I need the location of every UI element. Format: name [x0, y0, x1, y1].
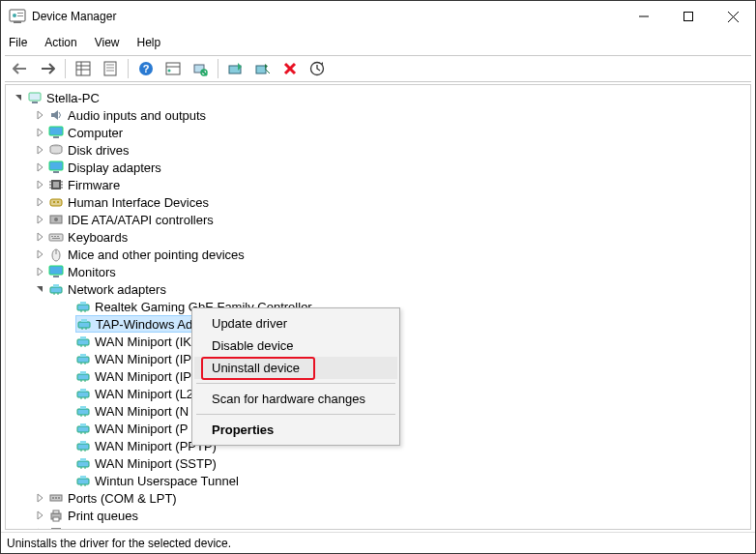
- svg-point-108: [52, 497, 54, 499]
- svg-rect-4: [17, 15, 23, 16]
- leaf-spacer: [60, 404, 73, 418]
- minimize-button[interactable]: [622, 1, 666, 32]
- svg-rect-83: [77, 392, 89, 397]
- tree-category[interactable]: Display adapters: [6, 159, 750, 176]
- tree-item-label: Network adapters: [68, 282, 166, 297]
- collapse-toggle[interactable]: [12, 91, 25, 104]
- tree-root[interactable]: Stella-PC: [6, 89, 750, 106]
- expand-toggle[interactable]: [33, 526, 46, 530]
- collapse-toggle[interactable]: [33, 282, 46, 296]
- toolbar: ?: [5, 55, 751, 82]
- update-driver-icon[interactable]: [224, 58, 247, 79]
- uninstall-device-icon[interactable]: [278, 58, 302, 79]
- ctx-scan-hardware[interactable]: Scan for hardware changes: [194, 388, 397, 410]
- expand-toggle[interactable]: [33, 509, 46, 522]
- expand-toggle[interactable]: [33, 248, 46, 261]
- disable-device-icon[interactable]: [251, 58, 275, 79]
- tree-device[interactable]: Wintun Userspace Tunnel: [6, 472, 750, 489]
- expand-toggle[interactable]: [33, 178, 46, 191]
- forward-button[interactable]: [36, 58, 59, 79]
- detail-view-icon[interactable]: [72, 58, 95, 79]
- tree-category[interactable]: Firmware: [6, 176, 750, 193]
- tree-category[interactable]: Disk drives: [6, 141, 750, 159]
- tree-category[interactable]: Mice and other pointing devices: [6, 246, 750, 263]
- svg-rect-6: [684, 13, 693, 21]
- net-icon: [75, 368, 91, 384]
- context-menu: Update driver Disable device Uninstall d…: [191, 307, 400, 446]
- maximize-button[interactable]: [666, 1, 711, 32]
- svg-rect-60: [53, 284, 59, 287]
- tree-category[interactable]: Processors: [6, 524, 750, 530]
- leaf-spacer: [60, 474, 73, 487]
- tree-category[interactable]: Audio inputs and outputs: [6, 106, 750, 124]
- tree-item-label: WAN Miniport (N: [95, 404, 189, 419]
- tree-item-label: Stella-PC: [46, 91, 100, 105]
- svg-rect-75: [77, 357, 89, 363]
- add-legacy-icon[interactable]: [305, 58, 329, 79]
- svg-point-110: [58, 497, 60, 499]
- tree-category[interactable]: Keyboards: [6, 228, 750, 246]
- svg-rect-88: [80, 406, 86, 409]
- leaf-spacer: [60, 387, 73, 400]
- menu-action[interactable]: Action: [44, 36, 76, 49]
- svg-rect-104: [80, 476, 86, 479]
- expand-toggle[interactable]: [33, 230, 46, 244]
- expand-toggle[interactable]: [33, 160, 46, 174]
- keyboard-icon: [48, 229, 64, 245]
- svg-rect-92: [80, 423, 86, 426]
- svg-point-46: [53, 201, 55, 203]
- ctx-disable-device[interactable]: Disable device: [194, 335, 397, 357]
- scan-hardware-icon[interactable]: [189, 58, 212, 79]
- tree-category[interactable]: IDE ATA/ATAPI controllers: [6, 211, 750, 228]
- svg-rect-33: [53, 136, 59, 138]
- expand-toggle[interactable]: [33, 491, 46, 505]
- expand-toggle[interactable]: [33, 108, 46, 122]
- close-button[interactable]: [711, 1, 755, 32]
- back-button[interactable]: [9, 58, 32, 79]
- svg-rect-87: [77, 409, 89, 415]
- tree-category[interactable]: Human Interface Devices: [6, 193, 750, 211]
- svg-rect-103: [77, 479, 89, 484]
- ctx-update-driver[interactable]: Update driver: [194, 312, 397, 335]
- tree-item-label: WAN Miniport (IK: [95, 335, 191, 349]
- device-manager-window: Device Manager File Action View Help ? S…: [0, 0, 756, 554]
- expand-toggle[interactable]: [33, 213, 46, 226]
- ctx-uninstall-device[interactable]: Uninstall device: [194, 357, 397, 379]
- help-icon[interactable]: ?: [134, 58, 158, 79]
- tree-category[interactable]: Print queues: [6, 507, 750, 524]
- expand-toggle[interactable]: [33, 143, 46, 157]
- menu-help[interactable]: Help: [137, 36, 161, 49]
- tree-item-label: Wintun Userspace Tunnel: [95, 474, 239, 488]
- tree-category[interactable]: Computer: [6, 124, 750, 141]
- device-tree[interactable]: Stella-PCAudio inputs and outputsCompute…: [5, 84, 751, 530]
- expand-toggle[interactable]: [33, 126, 46, 139]
- hid-icon: [48, 194, 64, 210]
- detail-pane-icon[interactable]: [161, 58, 185, 79]
- tree-item-label: Ports (COM & LPT): [68, 491, 177, 506]
- menu-view[interactable]: View: [95, 36, 120, 49]
- tree-item-label: WAN Miniport (IP: [95, 352, 191, 366]
- leaf-spacer: [60, 352, 73, 365]
- tree-item-label: Firmware: [68, 178, 120, 192]
- svg-rect-54: [52, 238, 60, 239]
- ctx-properties[interactable]: Properties: [194, 419, 397, 441]
- expand-toggle[interactable]: [33, 265, 46, 278]
- tree-device[interactable]: WAN Miniport (SSTP): [6, 454, 750, 472]
- net-icon: [75, 351, 91, 366]
- menu-file[interactable]: File: [9, 36, 27, 49]
- mouse-icon: [48, 247, 64, 262]
- svg-rect-76: [80, 354, 86, 357]
- ctx-separator: [196, 414, 395, 415]
- tree-category[interactable]: Network adapters: [6, 280, 750, 298]
- svg-rect-52: [54, 236, 56, 237]
- monitor-icon: [48, 125, 64, 140]
- properties-icon[interactable]: [99, 58, 122, 79]
- tree-category[interactable]: Ports (COM & LPT): [6, 489, 750, 507]
- svg-rect-84: [80, 389, 86, 392]
- net-icon: [75, 438, 91, 453]
- net-icon: [75, 386, 91, 401]
- svg-rect-9: [76, 62, 90, 75]
- tree-item-label: Human Interface Devices: [68, 195, 209, 210]
- tree-category[interactable]: Monitors: [6, 263, 750, 280]
- expand-toggle[interactable]: [33, 195, 46, 209]
